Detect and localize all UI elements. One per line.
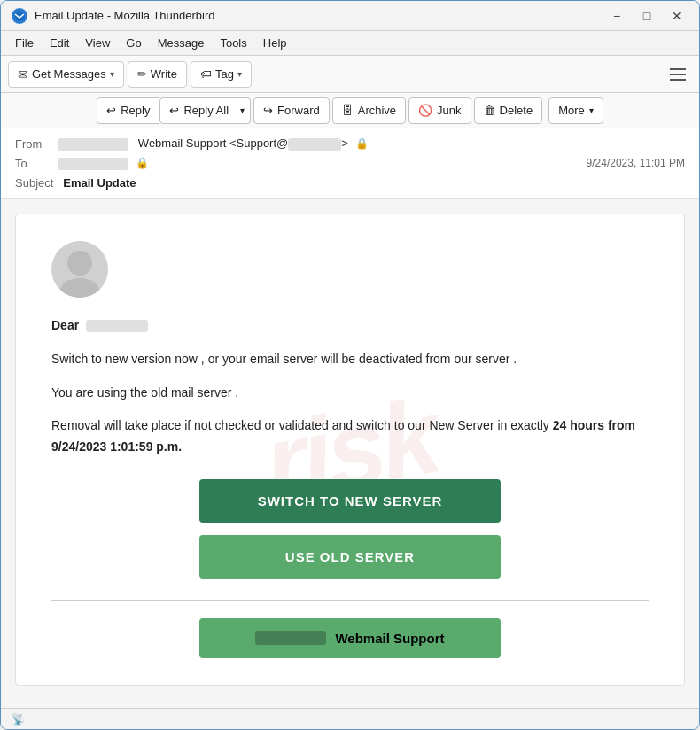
write-label: Write [151, 67, 177, 81]
main-window: Email Update - Mozilla Thunderbird − □ ✕… [0, 0, 700, 730]
footer-logo-blur [255, 631, 326, 645]
body-line3: Removal will take place if not checked o… [51, 415, 649, 458]
get-messages-dropdown-icon[interactable]: ▾ [110, 69, 114, 79]
reply-button-group: ↩ Reply ↩ Reply All ▾ [97, 97, 251, 124]
avatar [51, 241, 108, 298]
to-value: 🔒 [58, 156, 587, 170]
reply-icon: ↩ [106, 104, 116, 117]
write-button[interactable]: ✏ Write [128, 61, 187, 88]
more-label: More [558, 104, 585, 117]
junk-button[interactable]: 🚫 Junk [408, 97, 471, 124]
menu-help[interactable]: Help [256, 34, 294, 52]
greeting-paragraph: Dear [51, 315, 649, 337]
from-value: Webmail Support <Support@> 🔒 [58, 136, 685, 151]
switch-to-new-server-button[interactable]: SWITCH TO NEW SERVER [199, 479, 501, 523]
more-dropdown-icon: ▾ [589, 105, 594, 115]
envelope-icon: ✉ [18, 67, 28, 82]
menu-view[interactable]: View [78, 34, 117, 52]
email-content: risk Dear Switch to new [15, 214, 685, 686]
sender-name-blur [58, 138, 128, 151]
cta-section: SWITCH TO NEW SERVER USE OLD SERVER [51, 479, 649, 579]
reply-all-icon: ↩ [169, 104, 179, 117]
body-line2: You are using the old mail server . [51, 383, 649, 404]
action-toolbar: ↩ Reply ↩ Reply All ▾ ↪ Forward 🗄 Archiv… [1, 93, 699, 128]
delete-icon: 🗑 [484, 104, 495, 117]
hamburger-menu-button[interactable] [664, 61, 692, 88]
svg-point-2 [60, 278, 99, 298]
minimize-button[interactable]: − [605, 7, 628, 25]
delete-button[interactable]: 🗑 Delete [474, 97, 543, 124]
tag-icon: 🏷 [200, 67, 212, 81]
menu-message[interactable]: Message [151, 34, 212, 52]
hamburger-line-3 [670, 79, 686, 81]
sender-display: Webmail Support <Support@ [138, 136, 288, 150]
hamburger-line-2 [670, 74, 686, 75]
forward-button[interactable]: ↪ Forward [253, 97, 330, 124]
close-button[interactable]: ✕ [665, 7, 688, 25]
email-date: 9/24/2023, 11:01 PM [587, 157, 685, 169]
email-body-area[interactable]: risk Dear Switch to new [1, 199, 699, 708]
maximize-button[interactable]: □ [635, 7, 658, 25]
svg-point-1 [67, 251, 92, 276]
use-old-server-button[interactable]: USE OLD SERVER [199, 535, 501, 579]
reply-all-label: Reply All [183, 104, 229, 117]
status-bar: 📡 [1, 708, 699, 729]
menu-tools[interactable]: Tools [213, 34, 253, 52]
forward-icon: ↪ [263, 104, 273, 117]
recipient-name-blur [58, 158, 128, 170]
forward-label: Forward [277, 104, 320, 117]
subject-row: Subject Email Update [15, 173, 685, 193]
greeting-strong: Dear [51, 318, 148, 332]
sender-domain-blur [288, 138, 341, 151]
sender-avatar-area [51, 241, 649, 298]
menu-go[interactable]: Go [119, 34, 148, 52]
junk-label: Junk [437, 104, 461, 117]
from-row: From Webmail Support <Support@> 🔒 [15, 134, 685, 153]
reply-dropdown-button[interactable]: ▾ [235, 97, 251, 124]
status-item: 📡 [12, 713, 28, 726]
archive-label: Archive [358, 104, 396, 117]
delete-label: Delete [500, 104, 533, 117]
reply-all-button[interactable]: ↩ Reply All [159, 97, 238, 124]
footer-name: Webmail Support [335, 631, 444, 646]
junk-icon: 🚫 [418, 104, 432, 117]
email-headers: From Webmail Support <Support@> 🔒 To 🔒 9… [1, 128, 699, 199]
title-bar: Email Update - Mozilla Thunderbird − □ ✕ [1, 1, 699, 31]
svg-point-0 [14, 11, 25, 21]
menu-bar: File Edit View Go Message Tools Help [1, 31, 699, 56]
more-button[interactable]: More ▾ [548, 97, 603, 124]
to-row: To 🔒 9/24/2023, 11:01 PM [15, 153, 685, 173]
window-title: Email Update - Mozilla Thunderbird [35, 9, 605, 22]
recipient-name-in-body [86, 320, 148, 332]
reply-label: Reply [121, 104, 150, 117]
tag-dropdown-icon[interactable]: ▾ [237, 69, 242, 79]
body-line3-prefix: Removal will take place if not checked o… [51, 418, 553, 432]
footer-button[interactable]: Webmail Support [199, 618, 501, 658]
reply-button[interactable]: ↩ Reply [97, 97, 159, 124]
from-label: From [15, 137, 58, 151]
reply-dropdown-icon: ▾ [240, 105, 245, 115]
app-icon [12, 8, 27, 24]
recipient-security-icon[interactable]: 🔒 [136, 156, 150, 170]
body-line1: Switch to new version now , or your emai… [51, 349, 649, 370]
pencil-icon: ✏ [137, 67, 147, 81]
email-body-text: Dear Switch to new version now , or your… [51, 315, 649, 458]
footer-section: Webmail Support [51, 618, 649, 658]
subject-label: Subject [15, 176, 53, 190]
archive-button[interactable]: 🗄 Archive [332, 97, 406, 124]
archive-icon: 🗄 [342, 104, 354, 117]
get-messages-button[interactable]: ✉ Get Messages ▾ [8, 61, 124, 88]
sender-security-icon[interactable]: 🔒 [354, 136, 369, 151]
subject-value: Email Update [63, 176, 136, 190]
hamburger-line-1 [670, 68, 686, 70]
to-label: To [15, 157, 58, 170]
tag-button[interactable]: 🏷 Tag ▾ [191, 61, 252, 88]
get-messages-label: Get Messages [32, 67, 106, 81]
footer-divider [51, 600, 649, 601]
tag-label: Tag [215, 67, 234, 81]
window-controls: − □ ✕ [605, 7, 688, 25]
radio-icon: 📡 [12, 713, 25, 726]
menu-edit[interactable]: Edit [43, 34, 76, 52]
main-toolbar: ✉ Get Messages ▾ ✏ Write 🏷 Tag ▾ [1, 56, 699, 93]
menu-file[interactable]: File [8, 34, 41, 52]
